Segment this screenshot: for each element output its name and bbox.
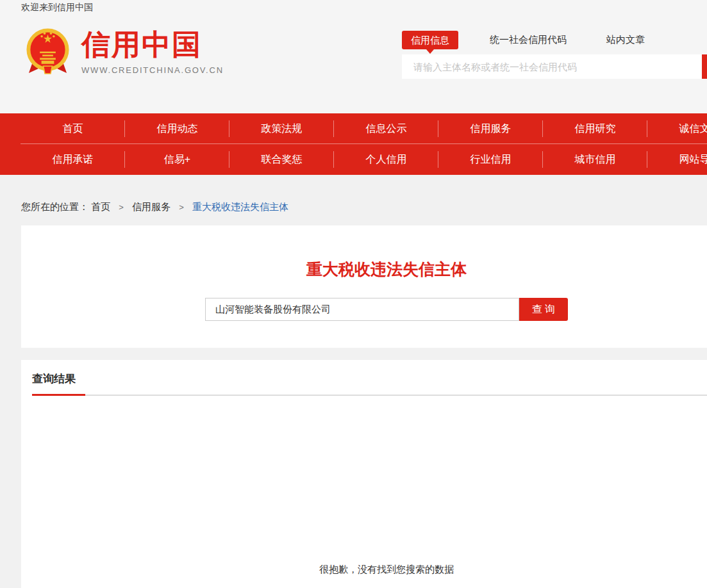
results-heading-rule-accent: [32, 394, 85, 396]
logo-text: 信用中国 WWW.CREDITCHINA.GOV.CN: [81, 26, 224, 78]
entity-search-input[interactable]: [205, 298, 519, 321]
breadcrumb-separator: >: [119, 202, 124, 212]
nav-item-city-credit[interactable]: 城市信用: [543, 144, 647, 174]
tab-unified-social-credit-code[interactable]: 统一社会信用代码: [490, 34, 567, 46]
query-button[interactable]: 查 询: [519, 298, 568, 321]
nav-row-2: 信用承诺 信易+ 联合奖惩 个人信用 行业信用 城市信用 网站导航: [21, 144, 707, 174]
results-heading-rule: [32, 395, 707, 396]
nav-item-credit-news[interactable]: 信用动态: [125, 113, 229, 143]
nav-item-industry-credit[interactable]: 行业信用: [438, 144, 543, 174]
breadcrumb-separator: >: [179, 202, 184, 212]
breadcrumb-home[interactable]: 首页: [91, 201, 110, 212]
nav-item-credit-research[interactable]: 信用研究: [543, 113, 647, 143]
results-heading: 查询结果: [32, 372, 707, 386]
breadcrumb: 您所在的位置： 首页 > 信用服务 > 重大税收违法失信主体: [21, 200, 288, 213]
nav-item-info-disclosure[interactable]: 信息公示: [334, 113, 438, 143]
nav-item-home[interactable]: 首页: [21, 113, 125, 143]
results-panel: 查询结果 很抱歉，没有找到您搜索的数据: [21, 360, 707, 588]
query-row: 查 询: [21, 298, 707, 321]
main-nav: 首页 信用动态 政策法规 信息公示 信用服务 信用研究 诚信文化 信用承诺 信易…: [0, 113, 707, 175]
header-search-area: 信用信息 统一社会信用代码 站内文章: [402, 31, 707, 49]
search-tabs: 信用信息 统一社会信用代码 站内文章: [402, 31, 707, 49]
nav-item-xinyi-plus[interactable]: 信易+: [125, 144, 229, 174]
empty-results-message: 很抱歉，没有找到您搜索的数据: [21, 564, 707, 576]
breadcrumb-current-page[interactable]: 重大税收违法失信主体: [192, 201, 288, 212]
site-header: 欢迎来到信用中国 信用中国 WWW.CREDITCHINA.GOV.CN 信用信…: [0, 0, 707, 113]
nav-item-joint-reward-punishment[interactable]: 联合奖惩: [229, 144, 334, 174]
nav-item-policies[interactable]: 政策法规: [229, 113, 334, 143]
welcome-text: 欢迎来到信用中国: [21, 2, 93, 13]
nav-item-credit-services[interactable]: 信用服务: [438, 113, 543, 143]
page-title: 重大税收违法失信主体: [21, 225, 707, 280]
breadcrumb-prefix: 您所在的位置：: [21, 201, 88, 212]
nav-item-credit-commitment[interactable]: 信用承诺: [21, 144, 125, 174]
nav-item-integrity-culture[interactable]: 诚信文化: [647, 113, 707, 143]
site-logo[interactable]: 信用中国 WWW.CREDITCHINA.GOV.CN: [25, 26, 224, 78]
nav-item-personal-credit[interactable]: 个人信用: [334, 144, 438, 174]
query-panel: 重大税收违法失信主体 查 询: [21, 225, 707, 348]
header-search-input[interactable]: [402, 54, 702, 79]
national-emblem-icon: [25, 26, 71, 78]
site-url: WWW.CREDITCHINA.GOV.CN: [81, 65, 224, 75]
tab-credit-info[interactable]: 信用信息: [402, 31, 458, 49]
site-name: 信用中国: [81, 29, 224, 60]
tab-site-articles[interactable]: 站内文章: [606, 34, 645, 46]
header-search-button[interactable]: [702, 54, 707, 79]
nav-item-site-map[interactable]: 网站导航: [647, 144, 707, 174]
nav-row-1: 首页 信用动态 政策法规 信息公示 信用服务 信用研究 诚信文化: [21, 113, 707, 143]
breadcrumb-credit-services[interactable]: 信用服务: [132, 201, 171, 212]
